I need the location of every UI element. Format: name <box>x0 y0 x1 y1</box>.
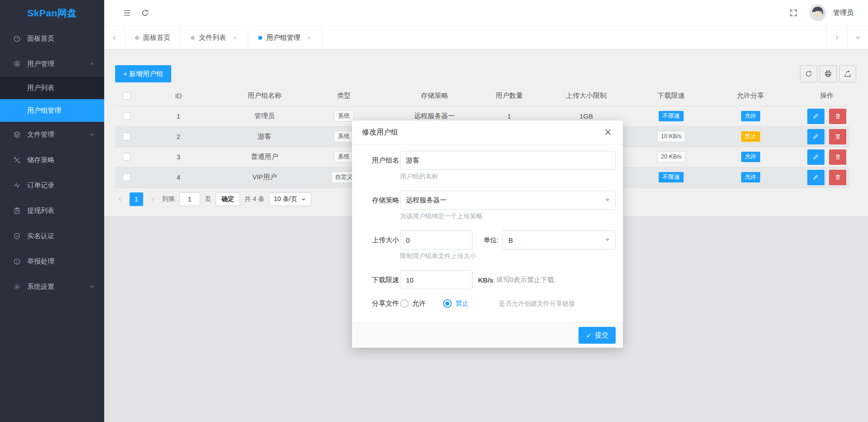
edit-button[interactable] <box>807 149 825 165</box>
sidebar-item-report-handling[interactable]: 举报处理 <box>0 249 104 274</box>
jump-suffix-label: 页 <box>205 195 211 203</box>
sidebar-subitem-label: 用户组管理 <box>27 106 61 115</box>
next-page-icon[interactable] <box>148 192 158 206</box>
storage-policy-select[interactable]: 远程服务器一 <box>400 191 616 210</box>
upload-size-input[interactable] <box>400 230 473 249</box>
tabs-scroll-right[interactable] <box>826 26 847 49</box>
sidebar-item-user-group-management[interactable]: 用户组管理 <box>0 99 104 122</box>
upload-size-field-group: 上传大小 单位: B 限制用户组单文件上传大小 <box>372 230 616 260</box>
delete-button[interactable] <box>829 170 846 185</box>
edit-button[interactable] <box>807 129 825 144</box>
page-jump-input[interactable] <box>179 192 200 206</box>
sidebar-item-dashboard[interactable]: 面板首页 <box>0 26 104 51</box>
type-badge: 系统 <box>334 151 354 163</box>
close-icon[interactable] <box>604 128 613 137</box>
table-refresh-button[interactable] <box>800 65 817 82</box>
column-header-share: 允许分享 <box>697 86 804 106</box>
fullscreen-icon[interactable] <box>784 4 802 22</box>
sidebar-item-label: 面板首页 <box>27 34 95 43</box>
share-label: 分享文件 <box>372 299 400 308</box>
clipboard-icon <box>13 206 21 215</box>
sidebar-item-label: 举报处理 <box>27 257 95 266</box>
unit-value: B <box>508 236 513 244</box>
submit-button[interactable]: ✓ 提交 <box>579 327 616 344</box>
modal-body: 用户组名 用户组的名称 存储策略 远程服务器一 为该用户组绑定一个上传策略 上传 <box>352 145 623 322</box>
page-size-value: 10 条/页 <box>274 195 297 203</box>
share-badge: 允许 <box>741 152 760 162</box>
tab-file-list[interactable]: 文件列表 <box>181 26 248 49</box>
print-button[interactable] <box>820 65 837 82</box>
share-allow-radio[interactable]: 允许 <box>400 299 426 308</box>
unit-select[interactable]: B <box>502 230 616 249</box>
page-size-select[interactable]: 10 条/页 <box>269 192 311 206</box>
column-header-actions: 操作 <box>804 86 850 106</box>
upload-size-hint: 限制用户组单文件上传大小 <box>400 252 616 260</box>
gear-icon <box>13 283 21 291</box>
cell-name: 普通用户 <box>219 147 310 167</box>
cell-id: 3 <box>138 147 219 167</box>
tab-label: 用户组管理 <box>266 34 300 42</box>
table-tool-icons <box>800 65 856 82</box>
column-header-name: 用户组名称 <box>219 86 310 106</box>
export-button[interactable] <box>839 65 856 82</box>
sidebar-item-user-management[interactable]: 用户管理 <box>0 51 104 77</box>
cell-name: 管理员 <box>219 106 310 126</box>
avatar[interactable] <box>810 5 826 21</box>
download-limit-input[interactable] <box>400 270 473 289</box>
column-header-type: 类型 <box>310 86 378 106</box>
row-checkbox[interactable] <box>123 153 130 161</box>
caret-down-icon <box>605 239 610 241</box>
sidebar-item-user-list[interactable]: 用户列表 <box>0 77 104 99</box>
column-header-storage: 存储策略 <box>378 86 491 106</box>
delete-button[interactable] <box>829 109 846 124</box>
collapse-sidebar-icon[interactable] <box>118 4 136 22</box>
tabs-scroll-left[interactable] <box>104 26 125 49</box>
group-name-hint: 用户组的名称 <box>400 173 616 181</box>
sidebar-item-realname-verify[interactable]: 实名认证 <box>0 223 104 249</box>
jump-prefix-label: 到第 <box>162 195 175 203</box>
share-deny-label: 禁止 <box>455 299 469 308</box>
page-number-button[interactable]: 1 <box>130 192 143 206</box>
share-badge: 允许 <box>741 111 760 121</box>
chevron-down-icon <box>89 131 95 138</box>
group-name-input[interactable] <box>400 151 616 170</box>
tabs-dropdown-icon[interactable] <box>847 26 868 49</box>
prev-page-icon[interactable] <box>115 192 125 206</box>
tab-close-icon[interactable] <box>232 35 238 41</box>
confirm-page-button[interactable]: 确定 <box>216 192 240 206</box>
edit-button[interactable] <box>807 170 825 185</box>
delete-button[interactable] <box>829 129 846 144</box>
share-allow-label: 允许 <box>412 299 426 308</box>
share-deny-radio[interactable]: 禁止 <box>443 299 469 308</box>
sidebar-item-label: 用户管理 <box>27 60 89 68</box>
storage-policy-value: 远程服务器一 <box>406 196 447 205</box>
sidebar-item-label: 储存策略 <box>27 156 95 164</box>
select-all-checkbox[interactable] <box>123 92 130 100</box>
column-header-count: 用户数量 <box>491 86 527 106</box>
edit-button[interactable] <box>807 109 825 124</box>
sidebar-item-withdraw-list[interactable]: 提现列表 <box>0 198 104 223</box>
download-badge: 10 KB/s <box>657 131 686 142</box>
layers-icon <box>13 130 21 139</box>
cell-name: VIP用户 <box>219 167 310 187</box>
tab-user-group-management[interactable]: 用户组管理 <box>248 26 323 49</box>
row-checkbox[interactable] <box>123 133 130 140</box>
delete-button[interactable] <box>829 149 846 165</box>
sidebar-item-storage-policy[interactable]: 储存策略 <box>0 147 104 173</box>
modal-title: 修改用户组 <box>362 128 398 137</box>
add-user-group-button[interactable]: + 新增用户组 <box>115 65 171 82</box>
admin-name[interactable]: 管理员 <box>833 9 854 17</box>
sidebar-item-system-settings[interactable]: 系统设置 <box>0 274 104 299</box>
row-checkbox[interactable] <box>123 112 130 120</box>
sidebar-item-file-management[interactable]: 文件管理 <box>0 122 104 147</box>
caret-down-icon <box>605 199 610 201</box>
share-badge: 禁止 <box>741 131 760 142</box>
chevron-down-icon <box>89 283 95 290</box>
row-checkbox[interactable] <box>123 173 130 181</box>
tab-close-icon[interactable] <box>306 35 312 41</box>
refresh-icon[interactable] <box>136 4 154 22</box>
sidebar-submenu-user-management: 用户列表 用户组管理 <box>0 77 104 122</box>
sidebar-item-order-records[interactable]: 订单记录 <box>0 173 104 198</box>
tab-dashboard[interactable]: 面板首页 <box>125 26 181 49</box>
share-field-group: 分享文件 允许 禁止 是否允许创建文件分享链接 <box>372 299 616 308</box>
